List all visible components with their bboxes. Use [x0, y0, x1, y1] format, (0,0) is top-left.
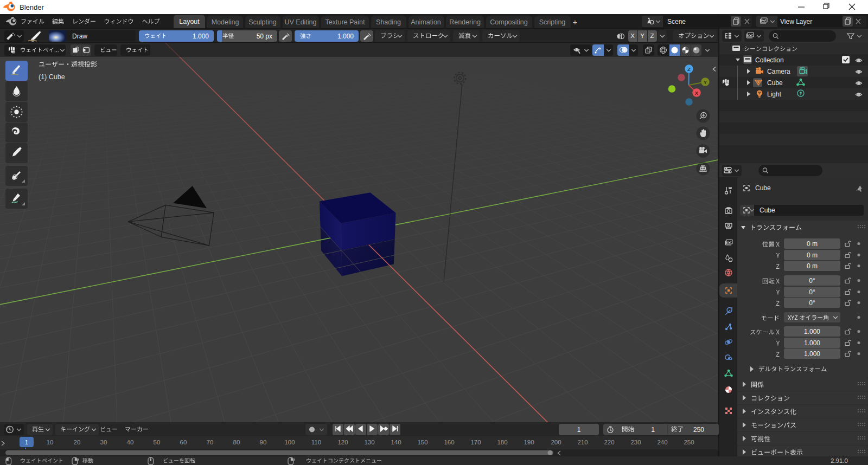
svg-text:Y: Y: [704, 79, 707, 85]
svg-text:X: X: [695, 90, 699, 96]
svg-text:Z: Z: [687, 66, 691, 72]
